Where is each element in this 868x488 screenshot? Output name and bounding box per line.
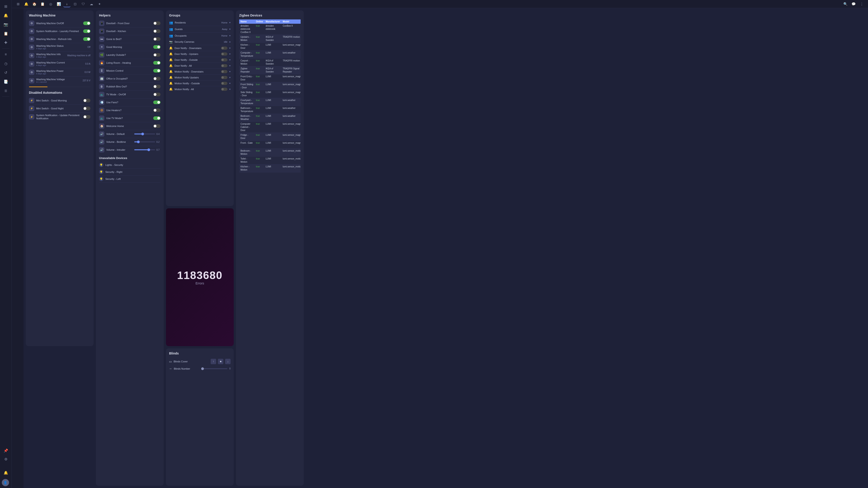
- topnav-more[interactable]: ⋮: [858, 1, 865, 7]
- notification-chevron[interactable]: ▾: [229, 58, 230, 61]
- group-person-chevron[interactable]: ▾: [229, 34, 230, 37]
- helper-toggle[interactable]: [153, 77, 160, 80]
- helper-slider-track[interactable]: [134, 149, 155, 150]
- sidebar-item-logbook[interactable]: 📋: [2, 29, 10, 37]
- helper-slider-track[interactable]: [134, 141, 155, 142]
- notification-label: Motion Notify - All: [175, 88, 219, 91]
- helper-toggle[interactable]: [153, 124, 160, 128]
- helper-toggle[interactable]: [153, 116, 160, 120]
- zigbee-table-container[interactable]: Name Online Manufacturer Model Last Seen…: [239, 20, 301, 173]
- topnav-logbook[interactable]: 📋: [39, 1, 46, 7]
- sidebar-item-pages[interactable]: 📑: [2, 77, 10, 86]
- helper-toggle[interactable]: [153, 108, 160, 112]
- helper-toggle[interactable]: [153, 29, 160, 33]
- helper-toggle[interactable]: [153, 93, 160, 96]
- blinds-stop-button[interactable]: ■: [218, 359, 223, 364]
- da-item-toggle[interactable]: [83, 107, 90, 110]
- topnav-history[interactable]: ◎: [47, 1, 54, 7]
- notification-label: Motion Notify - Outside: [175, 82, 219, 85]
- wm-item-toggle[interactable]: [83, 22, 90, 25]
- notification-chevron[interactable]: ▾: [229, 82, 230, 85]
- topnav-chat[interactable]: 💬: [850, 1, 857, 7]
- sidebar-item-list[interactable]: ≣: [2, 87, 10, 95]
- notification-chevron[interactable]: ▾: [229, 88, 230, 91]
- wm-item-toggle[interactable]: [83, 29, 90, 33]
- notification-chevron[interactable]: ▾: [229, 53, 230, 56]
- sidebar-item-add[interactable]: ✚: [2, 38, 10, 46]
- helper-toggle[interactable]: [153, 61, 160, 65]
- helper-toggle[interactable]: [153, 69, 160, 72]
- notification-chevron[interactable]: ▾: [229, 76, 230, 79]
- helper-slider-value: 0.2: [156, 141, 160, 143]
- blinds-up-button[interactable]: ↑: [211, 359, 216, 364]
- topnav-search[interactable]: 🔍: [842, 1, 849, 7]
- blinds-card: Blinds ▭ Blinds Cover ↑ ■ ↓ ↔ Blinds Num…: [166, 348, 234, 486]
- notification-toggle[interactable]: [221, 82, 227, 85]
- da-item-toggle[interactable]: [83, 115, 90, 119]
- helper-label: Use Heaters?: [106, 109, 151, 112]
- helper-label: Good Morning: [106, 45, 151, 48]
- zigbee-cell-online: true: [254, 66, 264, 74]
- sidebar-item-settings[interactable]: ⚙: [2, 455, 10, 463]
- wm-item-toggle[interactable]: [83, 37, 90, 41]
- topnav-cloud[interactable]: ☁: [88, 1, 95, 7]
- notification-toggle[interactable]: [221, 58, 227, 61]
- group-person-chevron[interactable]: ▾: [229, 21, 230, 24]
- helper-toggle[interactable]: [153, 22, 160, 25]
- sidebar-item-pin[interactable]: 📌: [2, 447, 10, 455]
- blinds-slider[interactable]: [202, 368, 228, 369]
- topnav-stars[interactable]: ✦: [96, 1, 103, 7]
- notification-label: Door Notify - Downstairs: [175, 47, 219, 50]
- sidebar-avatar[interactable]: 👤: [2, 479, 9, 486]
- group-person-status: Home: [221, 35, 227, 37]
- sidebar-item-clock[interactable]: ◷: [2, 59, 10, 68]
- group-person-chevron[interactable]: ▾: [229, 28, 230, 31]
- topnav-media[interactable]: ⊡: [71, 1, 79, 7]
- group-person-icon: 👥: [169, 34, 173, 37]
- topnav-download[interactable]: ↓: [63, 1, 70, 7]
- notification-chevron[interactable]: ▾: [229, 70, 230, 73]
- groups-title: Groups: [169, 13, 230, 17]
- sidebar-divider-2: [2, 96, 9, 97]
- topnav-overview[interactable]: ⊞: [14, 1, 22, 7]
- helper-label: Volume - Intruder: [106, 148, 132, 151]
- notification-toggle[interactable]: [221, 88, 227, 91]
- zigbee-cell-name: Bedroom - Weather: [239, 114, 254, 122]
- zigbee-cell-online: true: [254, 157, 264, 164]
- helper-toggle[interactable]: [153, 101, 160, 104]
- notification-toggle[interactable]: [221, 53, 227, 56]
- notification-toggle[interactable]: [221, 64, 227, 67]
- zigbee-cell-name: Kitchen - Motion: [239, 164, 254, 172]
- sidebar-item-menu[interactable]: ≡: [2, 51, 10, 59]
- topnav-energy[interactable]: 📊: [55, 1, 62, 7]
- notification-chevron[interactable]: ▾: [229, 46, 230, 50]
- helper-toggle[interactable]: [153, 37, 160, 41]
- sidebar-item-refresh[interactable]: ↺: [2, 68, 10, 76]
- unavailable-device-item: 💡Security - Left: [99, 175, 160, 183]
- unavailable-device-icon: 💡: [99, 177, 103, 181]
- topnav-shield[interactable]: 🛡: [80, 1, 87, 7]
- sidebar-item-overview[interactable]: ⊞: [2, 2, 10, 10]
- security-cameras-chevron[interactable]: ▾: [229, 40, 230, 43]
- notification-toggle[interactable]: [221, 46, 227, 50]
- sidebar-item-alerts[interactable]: 🔔: [2, 11, 10, 20]
- da-item-toggle[interactable]: [83, 99, 90, 102]
- notification-toggle[interactable]: [221, 70, 227, 73]
- zigbee-cell-online: true: [254, 90, 264, 98]
- blinds-down-button[interactable]: ↓: [225, 359, 230, 364]
- helper-toggle[interactable]: [153, 53, 160, 57]
- notification-toggle[interactable]: [221, 76, 227, 79]
- helper-slider-track[interactable]: [134, 133, 155, 134]
- sidebar-item-cameras[interactable]: 📷: [2, 20, 10, 29]
- group-person-label: Residents: [175, 21, 219, 24]
- zigbee-cell-model: lumi.weather: [281, 51, 301, 59]
- zigbee-card: Zigbee Devices Name Online Manufacturer …: [236, 10, 304, 486]
- topnav-notifications[interactable]: 🔔: [23, 1, 30, 7]
- sidebar-item-bell-bottom[interactable]: 🔔: [2, 468, 10, 477]
- notification-chevron[interactable]: ▾: [229, 64, 230, 67]
- blinds-number-row: ↔ Blinds Number 0: [169, 365, 230, 372]
- helper-toggle[interactable]: [153, 45, 160, 49]
- helper-toggle[interactable]: [153, 85, 160, 88]
- zigbee-cell-name: Mini Switch: [239, 172, 254, 173]
- topnav-home[interactable]: 🏠: [31, 1, 38, 7]
